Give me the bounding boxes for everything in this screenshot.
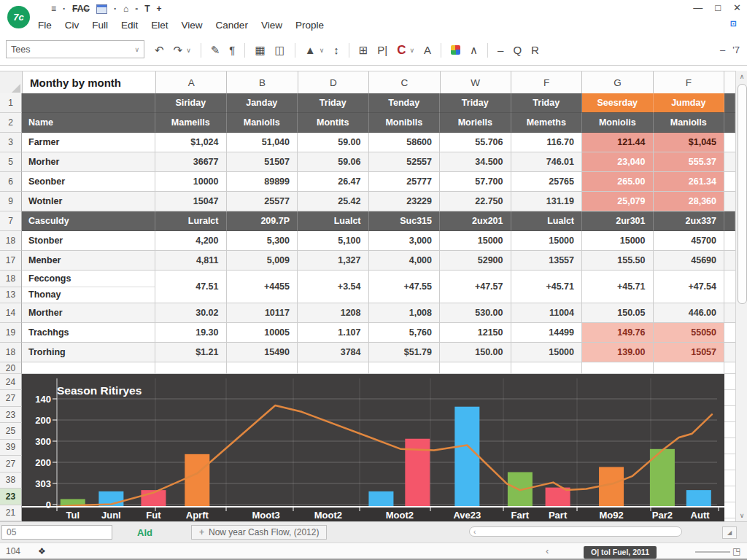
- name-cell[interactable]: [22, 93, 155, 113]
- type-icon[interactable]: T: [144, 4, 150, 14]
- redo-caret-icon[interactable]: ∨: [186, 47, 191, 54]
- dot-separator-2[interactable]: ·: [114, 4, 117, 14]
- cell[interactable]: 2ux201: [440, 211, 511, 231]
- menu-item-prople-8[interactable]: Prople: [295, 20, 324, 31]
- cell[interactable]: 1,327: [298, 251, 369, 271]
- cell[interactable]: Moniblls: [369, 113, 441, 133]
- menu-item-edit-3[interactable]: Edit: [121, 20, 138, 31]
- name-cell[interactable]: Trachhgs: [22, 323, 155, 343]
- cell[interactable]: 36677: [155, 152, 227, 172]
- cell[interactable]: Jumday: [654, 93, 725, 113]
- name-box[interactable]: Tees ∨: [6, 40, 144, 58]
- row-header[interactable]: 27: [0, 390, 22, 406]
- menu-item-elet-4[interactable]: Elet: [151, 20, 168, 31]
- cell[interactable]: 14499: [511, 323, 583, 343]
- row-header[interactable]: 25: [0, 423, 22, 439]
- row-header[interactable]: 18: [0, 231, 22, 251]
- cell[interactable]: $1,024: [155, 133, 227, 152]
- cell[interactable]: 47.51: [155, 271, 227, 303]
- zoom-slider[interactable]: [695, 551, 730, 553]
- cell[interactable]: 55050: [654, 323, 725, 343]
- cell[interactable]: [227, 362, 298, 374]
- cell[interactable]: 13557: [511, 251, 583, 271]
- cell[interactable]: 116.70: [511, 133, 583, 152]
- horizontal-scrollbar[interactable]: ‹: [469, 526, 682, 537]
- redo-icon[interactable]: ↷: [174, 44, 183, 57]
- cell[interactable]: 52900: [440, 251, 511, 271]
- column-header-F-7[interactable]: F: [654, 71, 724, 94]
- cell[interactable]: 23229: [369, 192, 441, 211]
- sort-icon[interactable]: ↕: [333, 44, 339, 56]
- name-cell[interactable]: Casculdy: [22, 211, 155, 231]
- cell[interactable]: 2ur301: [582, 211, 654, 231]
- row-header[interactable]: 17: [0, 251, 22, 271]
- font-color-icon[interactable]: C: [397, 43, 406, 58]
- format-painter-icon[interactable]: ✎: [211, 44, 220, 57]
- name-cell[interactable]: Morther: [22, 303, 155, 323]
- cell[interactable]: +3.54: [298, 271, 369, 303]
- cell[interactable]: 10000: [155, 172, 227, 192]
- chart-colors-icon[interactable]: [451, 45, 460, 55]
- menu-item-view-7[interactable]: View: [261, 20, 282, 31]
- vertical-scrollbar[interactable]: ∧ ∨: [735, 71, 747, 521]
- cell[interactable]: 10117: [227, 303, 298, 323]
- cell[interactable]: Memeths: [511, 113, 583, 133]
- cell[interactable]: 55.706: [440, 133, 511, 152]
- cell[interactable]: +45.71: [511, 271, 583, 303]
- column-header-W-4[interactable]: W: [441, 71, 511, 94]
- cell[interactable]: Janday: [227, 93, 298, 113]
- cell[interactable]: 155.50: [582, 251, 654, 271]
- cell[interactable]: 58600: [369, 133, 441, 152]
- cell[interactable]: 5,760: [369, 323, 441, 343]
- minimize-button[interactable]: —: [693, 2, 703, 13]
- cell[interactable]: Lualct: [511, 211, 583, 231]
- name-cell[interactable]: [22, 362, 155, 374]
- cell[interactable]: 4,811: [155, 251, 227, 271]
- cell[interactable]: +47.57: [440, 271, 511, 303]
- cell[interactable]: 45700: [654, 231, 725, 251]
- row-header[interactable]: 21: [0, 505, 22, 521]
- share-icon[interactable]: ⊡: [730, 19, 737, 28]
- cell[interactable]: Triday: [298, 93, 369, 113]
- row-header[interactable]: 1: [0, 93, 22, 113]
- cell[interactable]: 746.01: [511, 152, 583, 172]
- row-header[interactable]: 23: [0, 407, 22, 423]
- cell[interactable]: 52557: [369, 152, 441, 172]
- cell[interactable]: 45690: [654, 251, 725, 271]
- cell[interactable]: 51,040: [227, 133, 298, 152]
- cell[interactable]: 25777: [369, 172, 441, 192]
- sheet-name-label[interactable]: Ald: [137, 527, 152, 538]
- collapse-icon[interactable]: ∧: [470, 44, 478, 57]
- cell[interactable]: 15000: [511, 343, 583, 362]
- cell[interactable]: [511, 362, 583, 374]
- column-header-F-5[interactable]: F: [511, 71, 582, 94]
- person-icon[interactable]: R: [531, 44, 539, 56]
- cell[interactable]: 34.500: [440, 152, 511, 172]
- cell[interactable]: $1,045: [654, 133, 725, 152]
- cell[interactable]: 28,360: [654, 192, 725, 211]
- menu-item-cander-6[interactable]: Cander: [216, 20, 248, 31]
- row-header[interactable]: 19: [0, 323, 22, 343]
- cell[interactable]: 57.700: [440, 172, 511, 192]
- pilcrow-icon[interactable]: ¶: [229, 44, 235, 56]
- cell[interactable]: 10005: [227, 323, 298, 343]
- cell[interactable]: Mameills: [155, 113, 227, 133]
- cell[interactable]: Lualct: [298, 211, 369, 231]
- menu-item-fle-0[interactable]: Fle: [38, 20, 52, 31]
- cell[interactable]: Triday: [440, 93, 511, 113]
- cell[interactable]: Seesrday: [582, 93, 654, 113]
- cell[interactable]: 51507: [227, 152, 298, 172]
- cell[interactable]: Luralct: [155, 211, 227, 231]
- row-header[interactable]: 39: [0, 440, 22, 456]
- cell[interactable]: 12150: [440, 323, 511, 343]
- paragraph-mark-icon[interactable]: P|: [377, 44, 387, 56]
- cell[interactable]: +4455: [227, 271, 298, 303]
- column-header-C-3[interactable]: C: [369, 71, 440, 94]
- cell[interactable]: 150.05: [582, 303, 654, 323]
- cell[interactable]: [582, 362, 654, 374]
- scrollbar-corner-button[interactable]: ◢: [722, 526, 737, 539]
- fac-label[interactable]: FAC: [72, 4, 90, 14]
- cell[interactable]: 25765: [511, 172, 583, 192]
- cell[interactable]: 150.00: [440, 343, 511, 362]
- cell[interactable]: 22.750: [440, 192, 511, 211]
